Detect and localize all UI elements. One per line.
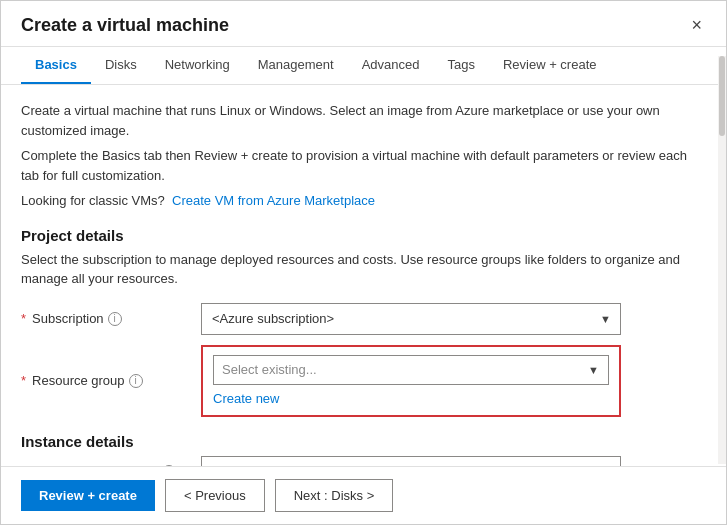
rg-info-icon: i (129, 374, 143, 388)
description-line1: Create a virtual machine that runs Linux… (21, 101, 706, 140)
subscription-control: <Azure subscription> ▼ (201, 303, 621, 335)
scrollbar-thumb[interactable] (719, 56, 725, 136)
tab-advanced[interactable]: Advanced (348, 47, 434, 84)
section-project-desc: Select the subscription to manage deploy… (21, 250, 706, 289)
scrollbar-track (718, 56, 726, 464)
tab-bar: Basics Disks Networking Management Advan… (1, 47, 726, 85)
classic-vm-link[interactable]: Create VM from Azure Marketplace (172, 193, 375, 208)
resource-group-container: Select existing... ▼ Create new (201, 345, 621, 417)
footer: Review + create < Previous Next : Disks … (1, 466, 726, 524)
previous-button[interactable]: < Previous (165, 479, 265, 512)
resource-group-row: * Resource group i Select existing... ▼ … (21, 345, 706, 417)
review-create-button[interactable]: Review + create (21, 480, 155, 511)
dialog-title: Create a virtual machine (21, 15, 229, 36)
resource-group-label: * Resource group i (21, 373, 201, 388)
close-button[interactable]: × (687, 15, 706, 36)
tab-tags[interactable]: Tags (433, 47, 488, 84)
tab-review-create[interactable]: Review + create (489, 47, 611, 84)
subscription-info-icon: i (108, 312, 122, 326)
create-vm-dialog: Create a virtual machine × Basics Disks … (0, 0, 727, 525)
subscription-required-star: * (21, 311, 26, 326)
subscription-label: * Subscription i (21, 311, 201, 326)
description-line2: Complete the Basics tab then Review + cr… (21, 146, 706, 185)
tab-management[interactable]: Management (244, 47, 348, 84)
section-project-title: Project details (21, 227, 706, 244)
classic-vm-prompt: Looking for classic VMs? Create VM from … (21, 191, 706, 211)
rg-required-star: * (21, 373, 26, 388)
subscription-row: * Subscription i <Azure subscription> ▼ (21, 303, 706, 335)
create-new-rg-link[interactable]: Create new (213, 391, 279, 406)
dialog-header: Create a virtual machine × (1, 1, 726, 47)
tab-basics[interactable]: Basics (21, 47, 91, 84)
subscription-select[interactable]: <Azure subscription> (201, 303, 621, 335)
content-area: Create a virtual machine that runs Linux… (1, 85, 726, 466)
section-instance-title: Instance details (21, 433, 706, 450)
subscription-select-wrapper: <Azure subscription> ▼ (201, 303, 621, 335)
tab-networking[interactable]: Networking (151, 47, 244, 84)
tab-disks[interactable]: Disks (91, 47, 151, 84)
resource-group-select[interactable]: Select existing... (213, 355, 609, 385)
vm-name-input[interactable] (201, 456, 621, 467)
vm-name-row: * Virtual machine name i (21, 456, 706, 467)
next-button[interactable]: Next : Disks > (275, 479, 394, 512)
rg-select-wrapper: Select existing... ▼ (213, 355, 609, 385)
